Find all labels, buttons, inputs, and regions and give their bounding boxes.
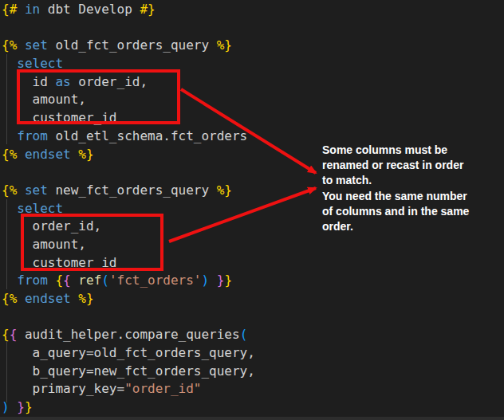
code-line[interactable]: {% endset %} — [2, 146, 255, 164]
code-line[interactable]: from old_etl_schema.fct_orders — [2, 128, 255, 146]
annotation-line: renamed or recast in order — [322, 158, 501, 173]
code-token — [17, 291, 25, 306]
code-token: %} — [217, 37, 232, 53]
code-token: primary_key= — [2, 381, 124, 396]
code-token: old_fct_orders_query — [48, 37, 217, 53]
code-token — [2, 128, 17, 143]
code-token: dbt Develop — [40, 2, 140, 17]
code-token: set — [25, 37, 48, 53]
highlight-box-old-columns — [17, 69, 180, 124]
indent-guide — [6, 199, 7, 289]
code-token: endset — [25, 291, 71, 306]
code-token: ) — [202, 273, 210, 288]
code-token — [17, 183, 25, 198]
code-line[interactable] — [2, 308, 255, 327]
code-line[interactable] — [2, 163, 255, 182]
code-token — [2, 201, 17, 216]
code-token: #} — [140, 2, 155, 17]
code-token: endset — [25, 147, 71, 162]
annotation-line: of columns and in the same — [322, 204, 501, 219]
code-token: from — [17, 273, 48, 288]
code-token: {% — [2, 37, 17, 53]
code-token: %} — [78, 291, 93, 306]
code-token: ref — [78, 273, 101, 288]
code-token: { — [63, 273, 71, 288]
code-line[interactable]: b_query=new_fct_orders_query, — [2, 363, 255, 381]
code-token: ( — [240, 327, 248, 342]
annotation-line: order. — [322, 219, 501, 234]
code-token: %} — [78, 147, 93, 162]
code-token: {% — [2, 147, 17, 162]
code-token: } — [17, 399, 25, 414]
code-token: } — [25, 399, 33, 414]
highlight-box-new-columns — [21, 214, 163, 271]
code-token — [2, 56, 17, 71]
code-token: 'fct_orders' — [109, 273, 202, 288]
annotation-line: to match. — [322, 173, 501, 188]
code-token: from — [17, 128, 48, 143]
code-token: b_query=new_fct_orders_query, — [2, 363, 255, 379]
code-line[interactable]: {% endset %} — [2, 290, 255, 308]
code-token: audit_helper.compare_queries — [17, 327, 239, 342]
code-token — [17, 2, 25, 17]
code-token: %} — [217, 183, 232, 198]
annotation-text: Some columns must be renamed or recast i… — [322, 143, 501, 234]
code-line[interactable]: primary_key="order_id" — [2, 380, 255, 398]
code-token: ) — [2, 399, 10, 414]
code-token: {# — [2, 2, 17, 17]
code-token: {% — [2, 291, 17, 306]
code-token — [10, 399, 18, 414]
code-token: set — [25, 183, 48, 198]
code-token: "order_id" — [124, 381, 201, 396]
code-token: } — [217, 273, 225, 288]
code-token: new_fct_orders_query — [48, 183, 217, 198]
code-token: a_query=old_fct_orders_query, — [2, 345, 255, 360]
code-token: { — [55, 273, 63, 288]
indent-guide — [6, 341, 7, 402]
code-token — [2, 273, 17, 288]
code-token — [71, 273, 79, 288]
scrollbar-strip — [0, 417, 504, 420]
code-token: ( — [101, 273, 109, 288]
code-editor[interactable]: {# in dbt Develop #}{% set old_fct_order… — [2, 1, 255, 417]
code-line[interactable]: {% set new_fct_orders_query %} — [2, 182, 255, 200]
code-token: } — [224, 273, 232, 288]
code-token — [17, 147, 25, 162]
code-token: in — [25, 2, 40, 17]
code-token: { — [2, 327, 10, 342]
code-token: {% — [2, 183, 17, 198]
code-line[interactable] — [2, 19, 255, 37]
code-line[interactable]: {# in dbt Develop #} — [2, 1, 255, 19]
code-line[interactable]: ) }} — [2, 398, 255, 417]
indent-guide — [6, 54, 7, 144]
annotation-line: Some columns must be — [322, 143, 501, 158]
code-token: { — [10, 327, 18, 342]
code-token — [71, 291, 79, 306]
code-line[interactable]: {% set old_fct_orders_query %} — [2, 37, 255, 55]
code-token — [17, 37, 25, 53]
code-token — [48, 273, 56, 288]
code-token — [71, 147, 79, 162]
code-token: old_etl_schema.fct_orders — [48, 128, 247, 143]
code-token — [209, 273, 217, 288]
code-line[interactable]: from {{ ref('fct_orders') }} — [2, 272, 255, 290]
code-line[interactable]: {{ audit_helper.compare_queries( — [2, 326, 255, 344]
annotation-line: You need the same number — [322, 189, 501, 204]
code-line[interactable]: a_query=old_fct_orders_query, — [2, 344, 255, 363]
